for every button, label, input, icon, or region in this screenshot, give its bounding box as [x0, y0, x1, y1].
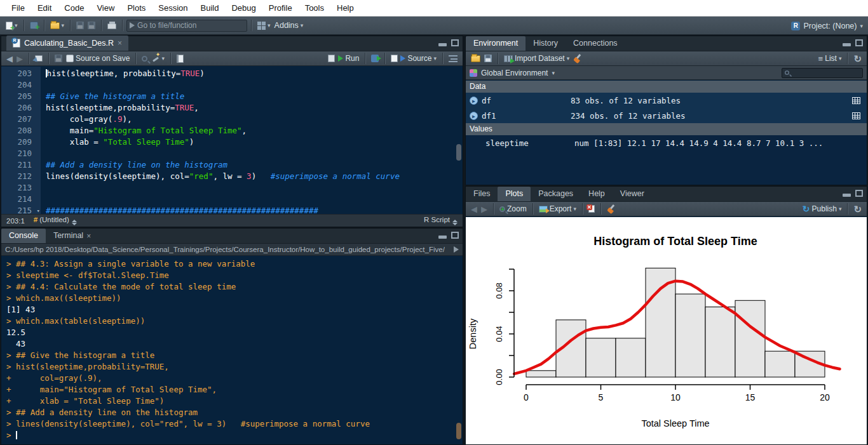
- maximize-pane-icon[interactable]: [855, 190, 863, 197]
- document-outline-button[interactable]: [447, 54, 459, 63]
- new-project-button[interactable]: [28, 20, 40, 30]
- line-number[interactable]: 204: [1, 79, 41, 91]
- section-selector[interactable]: #(Untitled): [34, 216, 77, 225]
- maximize-pane-icon[interactable]: [855, 39, 863, 46]
- show-in-new-window-button[interactable]: [33, 54, 44, 63]
- import-dataset-button[interactable]: Import Dataset▾: [502, 53, 571, 64]
- menu-tools[interactable]: Tools: [299, 0, 330, 17]
- environment-row-df1[interactable]: ▶df1234 obs. of 12 variables: [466, 108, 867, 123]
- tab-environment[interactable]: Environment: [466, 36, 526, 51]
- next-plot-button[interactable]: ▶: [479, 204, 489, 215]
- editor-line-214[interactable]: [46, 194, 463, 205]
- line-number[interactable]: 206: [1, 102, 41, 114]
- goto-file-function-input[interactable]: [137, 21, 233, 30]
- doc-type-selector[interactable]: R Script: [424, 216, 458, 225]
- editor-line-203[interactable]: hist(sleeptime, probability=TRUE): [46, 68, 463, 79]
- environment-row-df[interactable]: ▶df83 obs. of 12 variables: [466, 93, 867, 108]
- editor-line-206[interactable]: hist(sleeptime,probability=TRUE,: [46, 102, 463, 114]
- publish-button[interactable]: ↻Publish▾: [801, 203, 844, 215]
- menu-code[interactable]: Code: [58, 0, 90, 17]
- forward-button[interactable]: ▶: [15, 53, 25, 64]
- line-number[interactable]: 211: [1, 159, 41, 171]
- export-plot-button[interactable]: Export▾: [537, 203, 578, 215]
- menu-edit[interactable]: Edit: [31, 0, 58, 17]
- expand-icon[interactable]: ▶: [470, 96, 478, 105]
- source-on-save-checkbox[interactable]: Source on Save: [64, 53, 132, 64]
- editor-line-205[interactable]: ## Give the histogram a title: [46, 91, 463, 102]
- clear-all-plots-button[interactable]: [605, 203, 618, 215]
- new-file-button[interactable]: ▾: [4, 20, 20, 31]
- line-number[interactable]: 215▾: [1, 205, 41, 214]
- tab-connections[interactable]: Connections: [566, 36, 625, 51]
- editor-line-207[interactable]: col=gray(.9),: [46, 114, 463, 125]
- line-number[interactable]: 210: [1, 148, 41, 159]
- editor-line-213[interactable]: [46, 182, 463, 194]
- tab-console[interactable]: Console: [1, 229, 46, 243]
- rerun-button[interactable]: [369, 53, 381, 63]
- tab-terminal[interactable]: Terminal×: [46, 229, 98, 243]
- refresh-environment-button[interactable]: ↻: [851, 53, 864, 65]
- compile-report-button[interactable]: [175, 53, 186, 64]
- menu-view[interactable]: View: [90, 0, 121, 17]
- refresh-plot-button[interactable]: ↻: [851, 203, 864, 215]
- scope-selector[interactable]: Global Environment: [481, 69, 548, 77]
- line-number[interactable]: 203: [1, 68, 41, 79]
- source-button[interactable]: Source▾: [389, 53, 438, 64]
- expand-icon[interactable]: ▶: [470, 112, 478, 120]
- line-number[interactable]: 208: [1, 125, 41, 136]
- environment-search-input[interactable]: [792, 69, 855, 77]
- print-button[interactable]: [105, 20, 118, 30]
- pane-layout-button[interactable]: ▾: [255, 20, 273, 31]
- tab-packages[interactable]: Packages: [531, 187, 581, 201]
- console-scrollbar[interactable]: [456, 423, 461, 439]
- minimize-pane-icon[interactable]: [438, 236, 447, 239]
- minimize-pane-icon[interactable]: [843, 194, 851, 197]
- editor-scrollbar[interactable]: [456, 144, 461, 161]
- source-tab-calculating-basic-des[interactable]: Calculating_Basic_Des.R ×: [6, 36, 128, 51]
- editor-line-208[interactable]: main="Histogram of Total Sleep Time",: [46, 125, 463, 136]
- save-workspace-button[interactable]: [482, 53, 494, 63]
- console-output[interactable]: > ## 4.3: Assign a single variable to a …: [1, 256, 463, 444]
- menu-file[interactable]: File: [5, 0, 31, 17]
- load-workspace-button[interactable]: [469, 54, 482, 63]
- maximize-pane-icon[interactable]: [451, 39, 459, 46]
- minimize-pane-icon[interactable]: [843, 43, 851, 46]
- line-number[interactable]: 205: [1, 91, 41, 102]
- clear-environment-button[interactable]: [571, 53, 584, 64]
- project-selector[interactable]: R Project: (None) ▾: [791, 17, 863, 35]
- view-table-icon[interactable]: [852, 97, 860, 104]
- previous-plot-button[interactable]: ◀: [469, 204, 479, 215]
- code-editor[interactable]: 203204205206207208209210211212213214215▾…: [1, 67, 463, 214]
- environment-row-sleeptime[interactable]: sleeptimenum [1:83] 12.1 17 14.4 14.9 4 …: [466, 135, 867, 150]
- tab-plots[interactable]: Plots: [498, 187, 531, 201]
- back-button[interactable]: ◀: [4, 53, 15, 64]
- addins-button[interactable]: Addins▾: [273, 20, 306, 31]
- line-number[interactable]: 209: [1, 136, 41, 148]
- editor-line-210[interactable]: [46, 148, 463, 159]
- save-doc-button[interactable]: [53, 53, 64, 63]
- close-icon[interactable]: ×: [86, 232, 91, 240]
- minimize-pane-icon[interactable]: [438, 43, 447, 46]
- tab-viewer[interactable]: Viewer: [613, 187, 652, 201]
- menu-debug[interactable]: Debug: [225, 0, 262, 17]
- tab-files[interactable]: Files: [466, 187, 498, 201]
- menu-profile[interactable]: Profile: [262, 0, 299, 17]
- editor-line-211[interactable]: ## Add a density line on the histogram: [46, 159, 463, 171]
- list-view-button[interactable]: ≡List▾: [817, 53, 844, 64]
- close-icon[interactable]: ×: [118, 39, 122, 47]
- menu-build[interactable]: Build: [194, 0, 226, 17]
- find-replace-button[interactable]: [140, 55, 149, 63]
- tab-help[interactable]: Help: [581, 187, 613, 201]
- run-button[interactable]: Run: [326, 53, 361, 64]
- save-button[interactable]: [74, 20, 86, 30]
- goto-file-function-box[interactable]: [126, 20, 247, 32]
- line-number[interactable]: 213: [1, 182, 41, 194]
- editor-code[interactable]: hist(sleeptime, probability=TRUE)## Give…: [41, 67, 463, 214]
- save-all-button[interactable]: [86, 20, 97, 30]
- maximize-pane-icon[interactable]: [451, 232, 459, 239]
- menu-help[interactable]: Help: [330, 0, 360, 17]
- line-number[interactable]: 214: [1, 194, 41, 205]
- menu-plots[interactable]: Plots: [121, 0, 152, 17]
- open-file-button[interactable]: ▾: [48, 21, 67, 30]
- view-table-icon[interactable]: [852, 112, 860, 119]
